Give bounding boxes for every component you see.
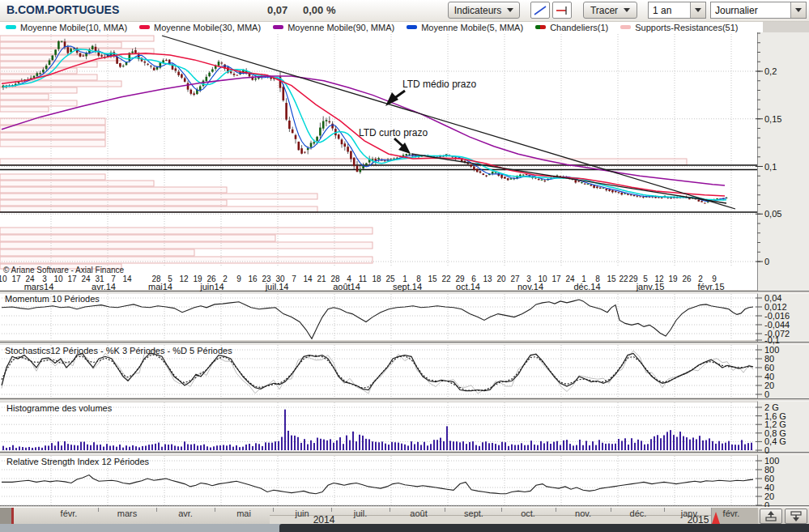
legend-item-label: Moyenne Mobile(30, MMA)	[154, 23, 261, 32]
x-axis-day-label: 26	[682, 275, 692, 283]
window-bottom-strip	[0, 524, 809, 532]
x-axis-day-label: 13	[483, 275, 492, 283]
price-axis-label: 0,15	[764, 114, 781, 124]
interval-select-dropdown[interactable]	[790, 2, 806, 18]
timeline-scrollbar[interactable]: févr.marsavr.maijuinjuil.aoûtsept.oct.no…	[0, 507, 809, 525]
panel-up-button[interactable]	[760, 509, 782, 524]
horizontal-line-tool-button[interactable]	[552, 2, 572, 19]
timeline-tick	[331, 508, 332, 512]
legend-item-0[interactable]: Moyenne Mobile(10, MMA)	[6, 23, 127, 32]
legend-item-5[interactable]: Supports-Resistances(51)	[620, 23, 738, 32]
x-axis-day-label: 17	[551, 275, 561, 283]
x-axis-day-label: 22	[441, 275, 451, 283]
trendline-tool-button[interactable]	[530, 2, 550, 19]
timeline-tick	[215, 508, 215, 512]
x-axis-month-label: oct.14	[456, 282, 480, 292]
timeline-tick	[445, 508, 445, 512]
timeline-month-label: oct.	[521, 509, 535, 518]
x-axis-month-label: janv.15	[636, 282, 665, 292]
timeline-position-marker[interactable]	[712, 512, 720, 524]
tracer-button[interactable]: Tracer	[583, 2, 637, 19]
indicateurs-button-label: Indicateurs	[454, 5, 502, 16]
x-axis-day-label: 14	[303, 275, 313, 283]
axis-tick-label: -0,1	[764, 335, 780, 345]
legend-item-1[interactable]: Moyenne Mobile(30, MMA)	[139, 23, 261, 32]
timeline-tick	[556, 508, 556, 512]
app-window: B.COM.PORTUGUES 0,07 0,00 % Indicateurs …	[0, 0, 809, 532]
x-axis-day-label: 7	[292, 275, 296, 283]
x-axis-day-label: 21	[317, 275, 326, 283]
symbol-title: B.COM.PORTUGUES	[6, 3, 119, 16]
legend-item-3[interactable]: Moyenne Mobile(5, MMA)	[407, 23, 523, 32]
timeline-tick	[501, 508, 502, 512]
timeline-tick	[156, 508, 157, 512]
timeline-tick	[611, 508, 611, 512]
legend-item-4[interactable]: Chandeliers(1)	[535, 23, 608, 32]
horizontal-line-icon	[555, 5, 569, 16]
timeline-month-label: avr.	[178, 509, 193, 518]
x-axis-day-label: 19	[668, 275, 678, 283]
legend-swatch-icon	[6, 25, 16, 29]
period-select[interactable]: 1 an	[648, 2, 706, 19]
x-axis-day-label: 15	[428, 275, 437, 283]
legend-item-label: Moyenne Mobile(10, MMA)	[20, 23, 127, 32]
last-price: 0,07	[267, 4, 287, 16]
price-axis-label: 0,05	[764, 209, 781, 219]
x-axis-day-label: 24	[81, 275, 91, 283]
x-axis-day-label: 10	[53, 275, 63, 283]
chevron-down-icon	[795, 8, 802, 12]
annotation-ltd-medio: LTD médio prazo	[402, 79, 476, 90]
period-select-dropdown[interactable]	[690, 2, 705, 18]
x-axis-month-label: févr.15	[697, 282, 724, 292]
x-axis-month-label: avr.14	[92, 282, 116, 292]
tracer-button-label: Tracer	[590, 5, 618, 16]
timeline-tick	[390, 508, 390, 512]
price-axis-label: 0,2	[764, 66, 777, 76]
x-axis-day-label: 16	[248, 275, 258, 283]
x-axis-month-label: mai14	[148, 282, 172, 292]
timeline-month-label: mars	[117, 509, 137, 518]
x-axis-day-label: 9	[236, 275, 241, 283]
x-axis-day-label: 22	[619, 275, 628, 283]
x-axis-month-label: sept.14	[393, 282, 422, 292]
x-axis-month-label: juil.14	[265, 282, 289, 292]
legend-item-label: Chandeliers(1)	[550, 23, 608, 32]
legend-item-label: Supports-Resistances(51)	[635, 23, 738, 32]
x-axis-month-label: déc.14	[573, 282, 600, 292]
stochastics-title: Stochastics12 Périodes - %K 3 Périodes -…	[5, 346, 232, 355]
arrow-up-panel-icon	[764, 510, 778, 522]
annotation-ltd-curto: LTD curto prazo	[359, 127, 428, 138]
interval-select[interactable]: Journalier	[710, 2, 807, 19]
legend-item-label: Moyenne Mobile(5, MMA)	[421, 23, 523, 32]
axis-tick-label: 0	[764, 445, 769, 455]
legend-swatch-icon	[139, 25, 150, 29]
timeline-tick	[664, 508, 665, 512]
trendline-icon	[533, 5, 547, 16]
legend-swatch-icon	[535, 25, 546, 29]
price-change: 0,00 %	[303, 4, 335, 16]
toolbar: B.COM.PORTUGUES 0,07 0,00 % Indicateurs …	[0, 0, 809, 22]
x-axis-day-label: 20	[496, 275, 506, 283]
timeline-left-cap[interactable]	[0, 508, 14, 525]
indicateurs-button[interactable]: Indicateurs	[448, 2, 520, 19]
chevron-down-icon	[624, 8, 630, 12]
x-axis-month-label: mars14	[24, 282, 54, 292]
legend-item-2[interactable]: Moyenne Mobile(90, MMA)	[273, 23, 394, 32]
panel-down-button[interactable]	[785, 509, 807, 524]
chart-canvas[interactable]: LTD médio prazoLTD curto prazo0,20,150,1…	[0, 32, 809, 507]
timeline-month-label: juin	[295, 509, 309, 518]
timeline-month-label: août	[410, 509, 427, 518]
legend-swatch-icon	[620, 25, 631, 29]
watermark: © Ariane Software - Axial Finance	[3, 266, 125, 275]
x-axis-month-label: août14	[333, 282, 360, 292]
chevron-down-icon	[695, 8, 701, 12]
x-axis-day-label: 15	[607, 275, 616, 283]
timeline-month-label: déc.	[630, 509, 647, 518]
legend-swatch-icon	[273, 25, 283, 29]
legend-swatch-icon	[407, 25, 417, 29]
legend-item-label: Moyenne Mobile(90, MMA)	[287, 23, 394, 32]
chart-area[interactable]: LTD médio prazoLTD curto prazo0,20,150,1…	[0, 32, 809, 507]
x-axis-month-label: nov.14	[517, 282, 543, 292]
legend: Moyenne Mobile(10, MMA)Moyenne Mobile(30…	[0, 22, 763, 32]
timeline-tick	[273, 508, 274, 512]
